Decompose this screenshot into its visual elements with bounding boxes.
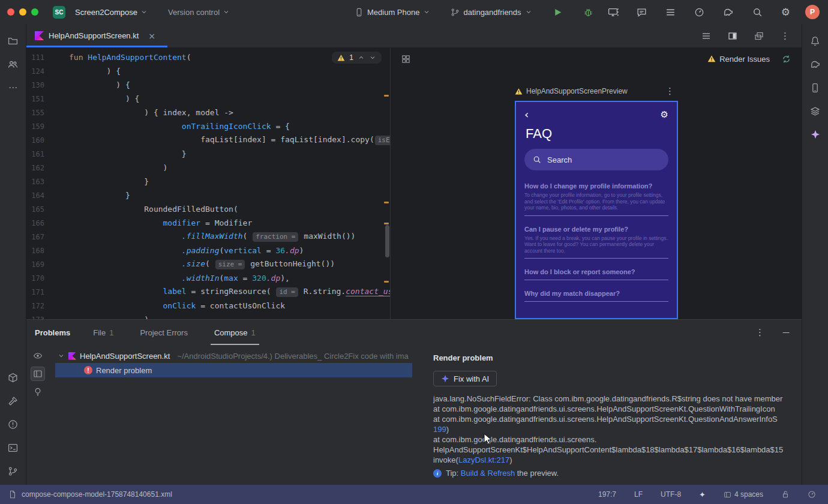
quick-fix-button[interactable] xyxy=(31,385,45,399)
profiler-button[interactable] xyxy=(691,7,708,18)
code-line[interactable]: 162 ) xyxy=(26,161,390,175)
code-line[interactable]: 155 ) { index, model -> xyxy=(26,106,390,119)
line-number[interactable]: 124 xyxy=(26,67,44,76)
zoom-window-button[interactable] xyxy=(31,8,38,16)
code-line[interactable]: 171 label = stringResource( id = R.strin… xyxy=(26,285,390,299)
show-details-button[interactable] xyxy=(31,367,45,381)
search-everywhere-button[interactable] xyxy=(749,7,766,18)
code-line[interactable]: 130 ) { xyxy=(26,78,390,92)
tab-help-and-support-screen[interactable]: HelpAndSupportScreen.kt × xyxy=(26,24,167,47)
code-line[interactable]: 167 .fillMaxWidth( fraction = maxWidth()… xyxy=(26,230,390,244)
project-tool-button[interactable] xyxy=(4,31,23,50)
line-number[interactable]: 161 xyxy=(26,150,44,158)
code-line[interactable]: 124 ) { xyxy=(26,64,390,78)
line-ending-widget[interactable]: LF xyxy=(631,490,646,499)
code-line[interactable]: 151 ) { xyxy=(26,92,390,106)
close-window-button[interactable] xyxy=(7,8,14,16)
problems-tool-button[interactable] xyxy=(4,415,23,434)
resource-manager-tool-button[interactable] xyxy=(806,101,825,121)
line-number[interactable]: 160 xyxy=(26,136,44,145)
tree-problem-row[interactable]: ! Render problem xyxy=(55,363,412,377)
preview-issue-button[interactable] xyxy=(31,349,45,363)
branch-selector[interactable]: datingandfriends xyxy=(447,7,535,17)
render-issues-button[interactable]: Render Issues xyxy=(704,54,773,64)
line-number[interactable]: 162 xyxy=(26,164,44,172)
device-manager-tool-button[interactable] xyxy=(806,78,825,97)
preview-mode-button[interactable] xyxy=(751,31,767,41)
line-number[interactable]: 171 xyxy=(26,288,44,296)
caret-position-widget[interactable]: 197:7 xyxy=(595,490,620,499)
warning-stripe-mark[interactable] xyxy=(384,95,389,97)
preview-layout-button[interactable] xyxy=(398,54,414,64)
gradle-sync-button[interactable] xyxy=(719,6,737,18)
terminal-tool-button[interactable] xyxy=(4,438,23,457)
line-number[interactable]: 170 xyxy=(26,274,44,283)
line-number[interactable]: 172 xyxy=(26,302,44,310)
code-line[interactable]: 166 modifier = Modifier xyxy=(26,216,390,230)
build-tool-button[interactable] xyxy=(4,391,23,410)
line-number[interactable]: 151 xyxy=(26,95,44,103)
task-list-button[interactable] xyxy=(662,7,679,18)
fix-with-ai-button[interactable]: Fix with AI xyxy=(433,371,497,386)
tab-project-errors[interactable]: Project Errors xyxy=(136,320,191,345)
line-number[interactable]: 167 xyxy=(26,233,44,241)
run-button[interactable] xyxy=(549,7,566,18)
code-line[interactable]: 165 RoundedFilledButton( xyxy=(26,202,390,216)
stack-link[interactable]: LazyDsl.kt:217 xyxy=(458,455,509,464)
code-line[interactable]: 169 .size( size = getButtonHeight()) xyxy=(26,257,390,271)
code-editor[interactable]: 111fun HelpAndSupportContent(124 ) {130 … xyxy=(26,48,390,319)
collab-tool-button[interactable] xyxy=(4,55,23,74)
device-selector[interactable]: Medium Phone xyxy=(351,7,434,17)
encoding-widget[interactable]: UTF-8 xyxy=(657,490,685,499)
minimize-window-button[interactable] xyxy=(19,8,26,16)
close-tab-button[interactable]: × xyxy=(145,31,159,41)
status-file[interactable]: compose-compose-model-1758748140651.xml xyxy=(8,490,172,499)
code-mode-button[interactable] xyxy=(698,31,715,41)
code-line[interactable]: 164 } xyxy=(26,188,390,202)
line-number[interactable]: 165 xyxy=(26,205,44,214)
code-line[interactable]: 163 } xyxy=(26,175,390,188)
preview-options-button[interactable]: ⋮ xyxy=(662,85,678,97)
panel-options-button[interactable]: ⋮ xyxy=(752,326,768,338)
code-line[interactable]: 170 .widthIn(max = 320.dp), xyxy=(26,271,390,285)
prev-issue-button[interactable] xyxy=(358,54,365,61)
line-number[interactable]: 155 xyxy=(26,109,44,117)
next-issue-button[interactable] xyxy=(369,54,376,61)
settings-button[interactable]: ⚙ xyxy=(778,5,794,19)
line-number[interactable]: 111 xyxy=(26,53,44,62)
line-number[interactable]: 163 xyxy=(26,178,44,186)
git-tool-button[interactable] xyxy=(4,461,23,481)
code-line[interactable]: 159 onTrailingIconClick = { xyxy=(26,119,390,133)
build-refresh-button[interactable] xyxy=(778,54,794,64)
dependencies-tool-button[interactable] xyxy=(4,368,23,387)
warning-stripe-mark[interactable] xyxy=(384,223,389,224)
code-line[interactable]: 160 faqList[index] = faqList[index].copy… xyxy=(26,133,390,147)
line-number[interactable]: 164 xyxy=(26,191,44,200)
tab-file[interactable]: File 1 xyxy=(89,320,117,345)
debug-button[interactable] xyxy=(580,7,597,18)
code-line[interactable]: 161 } xyxy=(26,147,390,161)
warning-stripe-mark[interactable] xyxy=(384,202,389,203)
project-selector[interactable]: Screen2Compose xyxy=(71,7,151,17)
inspection-widget[interactable]: 1 xyxy=(332,52,382,64)
gemini-tool-button[interactable] xyxy=(806,125,825,144)
editor-scrollbar[interactable] xyxy=(385,225,389,257)
running-devices-button[interactable] xyxy=(604,7,622,18)
line-number[interactable]: 168 xyxy=(26,247,44,255)
hide-panel-button[interactable]: — xyxy=(779,328,793,337)
user-avatar[interactable]: P xyxy=(805,5,820,19)
ai-status-widget[interactable]: ✦ xyxy=(695,490,709,500)
memory-indicator[interactable] xyxy=(804,490,820,499)
notifications-tool-button[interactable] xyxy=(806,31,825,50)
vcs-selector[interactable]: Version control xyxy=(164,7,233,17)
tab-compose[interactable]: Compose 1 xyxy=(211,320,259,345)
split-mode-button[interactable] xyxy=(724,31,741,41)
code-line[interactable]: 173 ) xyxy=(26,313,390,319)
device-preview-frame[interactable]: ‹ ⚙ FAQ Search How do I change my profil… xyxy=(515,101,678,319)
tree-file-row[interactable]: HelpAndSupportScreen.kt ~/AndroidStudioP… xyxy=(49,349,426,363)
line-number[interactable]: 130 xyxy=(26,81,44,89)
code-line[interactable]: 172 onClick = contactUsOnClick xyxy=(26,299,390,313)
ai-assistant-button[interactable] xyxy=(633,7,650,18)
line-number[interactable]: 159 xyxy=(26,122,44,131)
warning-stripe-mark[interactable] xyxy=(384,281,389,283)
